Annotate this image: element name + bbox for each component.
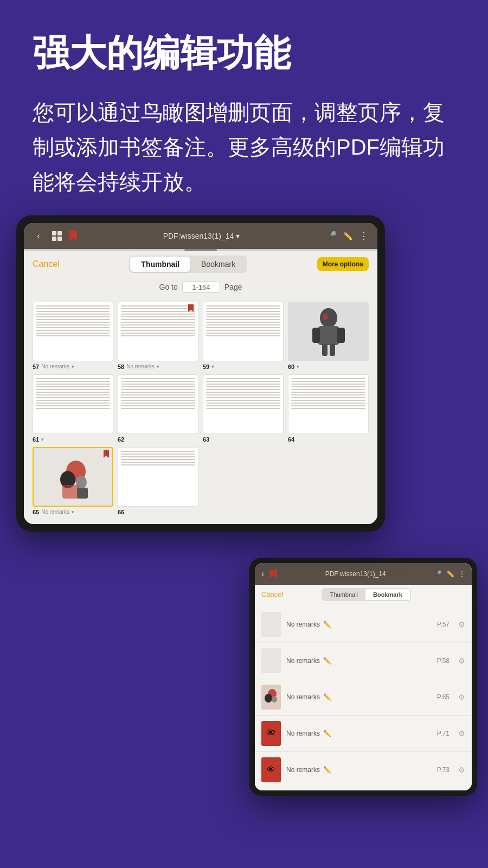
cancel-button[interactable]: Cancel	[33, 259, 60, 269]
main-topbar: ‹ PDF:wissen13(1)_14 ▾ 🎤 ✏️ ⋮	[24, 223, 377, 249]
secondary-filename: PDF:wissen13(1)_14	[325, 570, 386, 578]
secondary-cancel-button[interactable]: Cancel	[261, 590, 283, 598]
thumb-60[interactable]: 60 ▾	[288, 302, 369, 370]
thumb-row-3: 65 No remarks ▾	[33, 447, 369, 515]
thumb-spacer-1	[203, 447, 284, 515]
scroll-thumb	[184, 249, 217, 251]
thumb-57[interactable]: 57 No remarks ▾	[33, 302, 113, 370]
secondary-topbar: ‹ PDF:wissen13(1)_14 🎤 ✏️ ⋮	[255, 563, 472, 585]
bookmark-icon[interactable]	[69, 231, 77, 241]
edit-icon[interactable]: ✏️	[343, 232, 352, 240]
bm-text-58: No remarks	[286, 657, 320, 665]
bm-thumb-71: 👁	[261, 721, 281, 746]
thumb-61[interactable]: 61 ▾	[33, 374, 113, 443]
bm-edit-58[interactable]: ✏️	[323, 657, 331, 665]
secondary-back-icon[interactable]: ‹	[261, 569, 264, 579]
bm-gear-73[interactable]: ⚙	[458, 765, 465, 774]
tab-group: Thumbnail Bookmark	[129, 256, 247, 273]
bm-page-58: P.58	[437, 657, 450, 665]
bm-edit-57[interactable]: ✏️	[323, 621, 331, 628]
bm-edit-65[interactable]: ✏️	[323, 693, 331, 701]
bm-thumb-58	[261, 648, 281, 673]
thumb-spacer-2	[288, 447, 369, 515]
topbar-filename: PDF:wissen13(1)_14 ▾	[163, 232, 240, 240]
goto-input[interactable]: 1-164	[182, 282, 220, 293]
secondary-tab-bookmark[interactable]: Bookmark	[365, 589, 410, 600]
bookmark-row-58[interactable]: No remarks ✏️ P.58 ⚙	[255, 643, 472, 679]
thumb-row-1: 57 No remarks ▾	[33, 302, 369, 370]
bm-page-73: P.73	[437, 766, 450, 774]
main-title: 强大的编辑功能	[33, 33, 455, 73]
tablet-main-screen: ‹ PDF:wissen13(1)_14 ▾ 🎤 ✏️ ⋮	[24, 223, 377, 524]
goto-label: Go to	[159, 283, 178, 291]
bm-thumb-57	[261, 612, 281, 637]
thumb-row-2: 61 ▾	[33, 374, 369, 443]
secondary-topbar-right: 🎤 ✏️ ⋮	[434, 570, 465, 578]
bm-info-65: No remarks ✏️	[286, 693, 432, 701]
tab-thumbnail[interactable]: Thumbnail	[130, 257, 190, 272]
svg-point-14	[272, 696, 277, 703]
back-icon[interactable]: ‹	[33, 230, 44, 242]
more-icon[interactable]: ⋮	[359, 230, 369, 242]
secondary-topbar-left: ‹	[261, 569, 277, 579]
bm-page-65: P.65	[437, 693, 450, 701]
svg-point-6	[323, 314, 328, 320]
svg-rect-3	[337, 328, 345, 343]
bm-gear-57[interactable]: ⚙	[458, 620, 465, 629]
secondary-toolbar: Cancel Thumbnail Bookmark	[255, 585, 472, 604]
bm-text-73: No remarks	[286, 766, 320, 774]
sub-description: 您可以通过鸟瞰图增删页面，调整页序，复制或添加书签备注。更多高级的PDF编辑功能…	[33, 95, 455, 199]
illustration-65	[54, 452, 92, 501]
thumb-65[interactable]: 65 No remarks ▾	[33, 447, 113, 515]
main-toolbar: Cancel Thumbnail Bookmark More options	[24, 251, 377, 277]
bm-gear-58[interactable]: ⚙	[458, 656, 465, 665]
secondary-mic-icon[interactable]: 🎤	[434, 570, 442, 578]
bookmark-list: No remarks ✏️ P.57 ⚙	[255, 604, 472, 790]
topbar-right: 🎤 ✏️ ⋮	[326, 230, 369, 242]
thumb-66[interactable]: 66	[118, 447, 198, 515]
bm-thumb-73: 👁	[261, 757, 281, 782]
bm-page-57: P.57	[437, 621, 450, 628]
bm-illus2-icon: 👁	[267, 765, 275, 775]
mic-icon[interactable]: 🎤	[326, 231, 337, 241]
thumb-64[interactable]: 64	[288, 374, 369, 443]
secondary-tab-thumbnail[interactable]: Thumbnail	[323, 589, 365, 600]
bm-edit-71[interactable]: ✏️	[323, 730, 331, 737]
bookmark-row-65[interactable]: No remarks ✏️ P.65 ⚙	[255, 679, 472, 716]
more-options-button[interactable]: More options	[317, 257, 369, 271]
bm-gear-71[interactable]: ⚙	[458, 729, 465, 738]
thumb-59[interactable]: 59 ▾	[203, 302, 284, 370]
bookmark-row-71[interactable]: 👁 No remarks ✏️ P.71 ⚙	[255, 716, 472, 752]
svg-rect-10	[62, 485, 79, 499]
secondary-tablet: ‹ PDF:wissen13(1)_14 🎤 ✏️ ⋮ Cancel Thumb…	[249, 558, 477, 796]
grid-icon[interactable]	[52, 231, 62, 241]
bm-gear-65[interactable]: ⚙	[458, 693, 465, 701]
thumb-63[interactable]: 63	[203, 374, 284, 443]
secondary-more-icon[interactable]: ⋮	[459, 570, 465, 578]
thumbnails-area: 57 No remarks ▾	[24, 297, 377, 524]
header-section: 强大的编辑功能 您可以通过鸟瞰图增删页面，调整页序，复制或添加书签备注。更多高级…	[0, 0, 488, 215]
bm-text-71: No remarks	[286, 730, 320, 737]
svg-point-13	[265, 694, 272, 703]
bookmark-row-57[interactable]: No remarks ✏️ P.57 ⚙	[255, 607, 472, 643]
bookmark-row-73[interactable]: 👁 No remarks ✏️ P.73 ⚙	[255, 752, 472, 788]
svg-rect-4	[322, 344, 328, 356]
main-tablet: ‹ PDF:wissen13(1)_14 ▾ 🎤 ✏️ ⋮	[16, 215, 385, 532]
thumb-bookmark-65	[104, 450, 109, 458]
bm-info-58: No remarks ✏️	[286, 657, 432, 665]
tablet-secondary-screen: ‹ PDF:wissen13(1)_14 🎤 ✏️ ⋮ Cancel Thumb…	[255, 563, 472, 790]
svg-rect-1	[318, 326, 339, 345]
goto-page-row: Go to 1-164 Page	[24, 277, 377, 297]
thumb-58[interactable]: 58 No remarks ▾	[118, 302, 198, 370]
topbar-left: ‹	[33, 230, 77, 242]
bm-info-57: No remarks ✏️	[286, 621, 432, 628]
bm-text-65: No remarks	[286, 693, 320, 701]
bm-text-57: No remarks	[286, 621, 320, 628]
bm-info-73: No remarks ✏️	[286, 766, 432, 774]
bm-edit-73[interactable]: ✏️	[323, 766, 331, 774]
secondary-tab-group: Thumbnail Bookmark	[322, 588, 411, 601]
secondary-bookmark-icon[interactable]	[269, 570, 277, 578]
thumb-62[interactable]: 62	[118, 374, 198, 443]
tab-bookmark[interactable]: Bookmark	[190, 257, 246, 272]
secondary-edit-icon[interactable]: ✏️	[446, 570, 454, 578]
